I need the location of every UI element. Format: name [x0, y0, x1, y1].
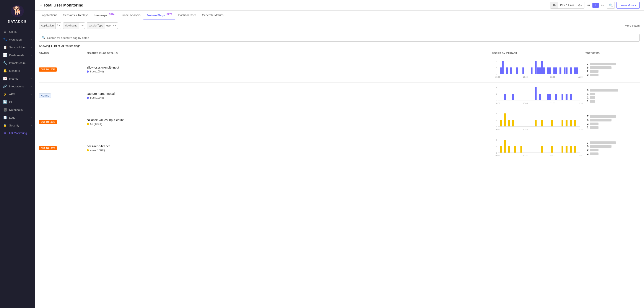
svg-rect-52: [508, 120, 510, 126]
mini-chart: 21010:3010:4511:0011:15: [494, 112, 583, 131]
svg-text:11:00: 11:00: [550, 76, 555, 78]
svg-rect-6: [516, 68, 518, 74]
svg-rect-54: [535, 120, 537, 126]
top-view-row: 2: [586, 126, 640, 129]
tab-generate-metrics[interactable]: Generate Metrics: [199, 11, 227, 20]
top-view-bar: [590, 93, 595, 95]
header-controls: 1h Past 1 Hour ⚙ ▾ ⏮ ⏸ ⏭ 🔍 Learn More ▾: [550, 2, 640, 9]
table-row[interactable]: OUT TO 100%collapse-values-input-count50…: [39, 109, 640, 135]
svg-rect-8: [531, 68, 532, 74]
svg-rect-2: [500, 68, 502, 74]
apm-nav-icon: ⚡: [3, 92, 7, 96]
tab-heatmaps[interactable]: Heatmaps BETA: [92, 11, 118, 20]
sidebar-item-apm[interactable]: ⚡ APM ›: [0, 90, 35, 98]
flags-container: Showing 1–10 of 29 feature flags STATUS …: [35, 44, 644, 308]
chart-col: 21010:3010:4511:0011:15: [492, 112, 586, 131]
top-view-row: 2: [586, 70, 640, 73]
feature-flags-beta-badge: BETA: [166, 13, 172, 16]
time-selector[interactable]: 1h Past 1 Hour ⚙ ▾: [550, 2, 584, 9]
tab-funnel[interactable]: Funnel Analysis: [118, 11, 144, 20]
svg-text:10:45: 10:45: [523, 128, 528, 131]
top-view-row: 6: [586, 118, 640, 122]
pause-button[interactable]: ⏸: [592, 3, 599, 8]
svg-text:11:00: 11:00: [550, 102, 555, 104]
svg-rect-14: [547, 68, 549, 74]
dashboards-nav-label: Dashboards: [9, 54, 24, 57]
table-row[interactable]: OUT TO 100%docs-repo-branchmain (100%)21…: [39, 135, 640, 161]
table-row[interactable]: OUT TO 100%allow-csvs-in-multi-inputtrue…: [39, 56, 640, 83]
svg-rect-19: [564, 68, 566, 74]
svg-rect-50: [500, 120, 502, 126]
svg-rect-75: [551, 146, 553, 153]
svg-rect-71: [508, 146, 510, 153]
viewname-filter-label: viewName: [63, 23, 79, 29]
time-badge: 1h: [550, 2, 558, 9]
sidebar-item-ux-monitoring[interactable]: 👁 UX Monitoring ›: [0, 129, 35, 137]
sidebar-logo-text: DATADOG: [8, 20, 27, 23]
tab-dashboards[interactable]: Dashboards ▾: [175, 11, 199, 20]
mini-chart: 21010:3010:4511:0011:15: [494, 86, 583, 105]
sidebar-item-watchdog[interactable]: 🐾 Watchdog ›: [0, 36, 35, 43]
learn-more-button[interactable]: Learn More ▾: [616, 2, 640, 9]
sidebar-item-service-mgmt[interactable]: 📋 Service Mgmt ›: [0, 43, 35, 51]
sessiontype-filter-value: user ✕ ▾: [105, 24, 118, 27]
goto-nav-arrow-icon: ›: [31, 31, 32, 33]
sidebar-item-security[interactable]: 🔒 Security ›: [0, 121, 35, 129]
svg-rect-79: [574, 146, 576, 153]
page-title-area: 🖥 Real User Monitoring: [39, 3, 548, 8]
top-view-bar: [590, 70, 598, 73]
svg-rect-7: [522, 68, 524, 74]
svg-text:2: 2: [496, 60, 497, 62]
svg-text:1: 1: [496, 67, 497, 69]
security-nav-label: Security: [9, 124, 19, 127]
logs-nav-arrow-icon: ›: [31, 117, 32, 119]
flag-status-col: ACTIVE: [39, 94, 87, 98]
top-header: 🖥 Real User Monitoring 1h Past 1 Hour ⚙ …: [35, 0, 644, 11]
application-filter[interactable]: Application * ▾: [39, 22, 61, 29]
flag-name: capture-name-modal: [87, 92, 492, 95]
tab-applications[interactable]: Applications: [39, 11, 60, 20]
sessiontype-clear-icon[interactable]: ✕: [112, 24, 114, 27]
top-views-col: 7622: [586, 115, 640, 129]
top-views-col: 7622: [586, 62, 640, 77]
sidebar-item-notebooks[interactable]: 📓 Notebooks ›: [0, 106, 35, 114]
sessiontype-filter[interactable]: sessionType user ✕ ▾: [87, 22, 118, 29]
sidebar-item-goto[interactable]: ⊕ Go to... ›: [0, 28, 35, 36]
sidebar-item-ci[interactable]: 🔄 CI ›: [0, 98, 35, 106]
search-input[interactable]: [47, 36, 637, 40]
top-view-number: 2: [586, 152, 588, 155]
ux-monitoring-nav-arrow-icon: ›: [31, 132, 32, 134]
viewname-filter[interactable]: viewName * ▾: [63, 22, 85, 29]
sidebar-item-dashboards[interactable]: 📊 Dashboards ›: [0, 51, 35, 59]
top-view-bar: [590, 100, 595, 103]
top-views-col: 7622: [586, 141, 640, 155]
svg-text:🐕: 🐕: [12, 6, 22, 15]
svg-rect-37: [549, 94, 551, 100]
skip-back-button[interactable]: ⏮: [586, 3, 591, 7]
table-header: STATUS FEATURE FLAG DETAILS USERS BY VAR…: [39, 50, 640, 56]
sidebar-item-monitors[interactable]: 🔔 Monitors ›: [0, 67, 35, 75]
flag-details-col: collapse-values-input-count50 (100%): [87, 118, 492, 126]
top-view-number: 1: [586, 96, 588, 99]
svg-text:10:30: 10:30: [495, 102, 500, 104]
svg-rect-4: [506, 68, 508, 74]
svg-text:1: 1: [496, 93, 497, 95]
watchdog-nav-icon: 🐾: [3, 38, 7, 42]
skip-forward-button[interactable]: ⏭: [600, 3, 605, 7]
table-row[interactable]: ACTIVEcapture-name-modaltrue (100%)21010…: [39, 83, 640, 109]
svg-rect-41: [570, 94, 572, 100]
logs-nav-label: Logs: [9, 116, 15, 119]
tab-feature-flags[interactable]: Feature Flags BETA: [144, 11, 175, 20]
sidebar-item-logs[interactable]: 📄 Logs ›: [0, 114, 35, 121]
viewname-filter-arrow-icon: ▾: [82, 25, 84, 27]
notebooks-nav-label: Notebooks: [9, 108, 22, 112]
search-button[interactable]: 🔍: [607, 2, 615, 9]
svg-rect-34: [535, 87, 537, 100]
svg-rect-20: [566, 68, 568, 74]
sidebar-item-integrations[interactable]: 🔗 Integrations ›: [0, 82, 35, 90]
more-filters-button[interactable]: More Filters: [625, 24, 640, 27]
tab-sessions-replays[interactable]: Sessions & Replays: [60, 11, 92, 20]
sidebar-item-infrastructure[interactable]: 🔧 Infrastructure ›: [0, 59, 35, 67]
sidebar-item-metrics[interactable]: 📈 Metrics ›: [0, 75, 35, 82]
apm-nav-label: APM: [9, 93, 15, 96]
